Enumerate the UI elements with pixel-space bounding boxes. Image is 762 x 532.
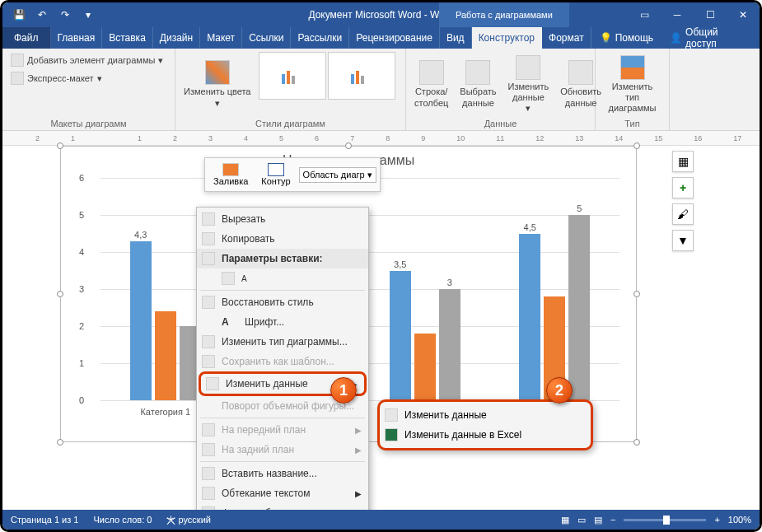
ctx-change-type[interactable]: Изменить тип диаграммы... xyxy=(197,332,368,352)
add-element-icon xyxy=(11,54,24,67)
context-menu: Вырезать Копировать Параметры вставки: A… xyxy=(196,207,369,525)
fill-icon xyxy=(222,163,239,176)
window-title: Документ Microsoft Word - Word xyxy=(308,9,453,21)
excel-icon xyxy=(385,428,398,441)
ctx-copy[interactable]: Копировать xyxy=(197,229,368,249)
chart-side-buttons: ▦ + 🖌 ▼ xyxy=(672,151,694,251)
paste-option-icon xyxy=(222,272,235,285)
layout-options-button[interactable]: ▦ xyxy=(672,151,694,172)
ctx-bring-front: На передний план▶ xyxy=(197,420,368,440)
scissors-icon xyxy=(202,212,215,226)
tab-mailings[interactable]: Рассылки xyxy=(291,27,349,49)
select-data-button[interactable]: Выбрать данные xyxy=(456,52,499,117)
ribbon: Добавить элемент диаграммы ▾ Экспресс-ма… xyxy=(2,49,760,131)
tab-file[interactable]: Файл xyxy=(2,27,51,49)
ctx-send-back: На задний план▶ xyxy=(197,440,368,460)
share-icon: 👤 xyxy=(670,32,682,44)
edit-data-icon xyxy=(516,55,540,80)
chart-filters-button[interactable]: ▼ xyxy=(672,230,694,251)
edit-data-submenu: Изменить данные Изменить данные в Excel xyxy=(377,399,593,450)
zoom-in-button[interactable]: + xyxy=(714,515,719,525)
maximize-icon[interactable]: ☐ xyxy=(694,2,727,27)
status-words[interactable]: Число слов: 0 xyxy=(93,515,152,525)
share-button[interactable]: 👤Общий доступ xyxy=(661,27,760,49)
help-button[interactable]: 💡Помощь xyxy=(591,27,661,49)
refresh-icon xyxy=(568,60,593,85)
change-chart-type-button[interactable]: Изменить тип диаграммы xyxy=(601,52,664,117)
chart-bar[interactable] xyxy=(414,334,436,400)
minimize-icon[interactable]: ─ xyxy=(661,2,694,27)
contextual-tab-label: Работа с диаграммами xyxy=(439,2,569,27)
redo-icon[interactable]: ↷ xyxy=(55,5,75,25)
outline-button[interactable]: Контур xyxy=(256,161,295,188)
switch-row-column-button[interactable]: Строка/столбец xyxy=(411,52,451,117)
tab-home[interactable]: Главная xyxy=(51,27,103,49)
ctx-reset-style[interactable]: Восстановить стиль xyxy=(197,292,368,312)
chart-bar[interactable] xyxy=(155,311,176,400)
outline-icon xyxy=(268,163,284,176)
chart-bar[interactable] xyxy=(439,289,460,400)
chart-bar[interactable] xyxy=(519,234,540,401)
status-page[interactable]: Страница 1 из 1 xyxy=(11,515,78,525)
tab-layout[interactable]: Макет xyxy=(200,27,242,49)
chart-bar[interactable] xyxy=(568,215,590,400)
submenu-edit-data[interactable]: Изменить данные xyxy=(380,405,591,425)
ctx-font[interactable]: A Шрифт... xyxy=(197,312,368,332)
chart-element-combo[interactable]: Область диагр ▾ xyxy=(299,167,376,183)
change-colors-button[interactable]: Изменить цвета ▾ xyxy=(180,52,254,117)
tab-insert[interactable]: Вставка xyxy=(102,27,153,49)
undo-icon[interactable]: ↶ xyxy=(32,5,52,25)
ctx-paste-header: Параметры вставки: xyxy=(197,249,368,268)
style-thumb[interactable] xyxy=(259,52,326,100)
svg-rect-3 xyxy=(351,74,354,84)
zoom-level[interactable]: 100% xyxy=(728,515,751,525)
quick-layout-button[interactable]: Экспресс-макет ▾ xyxy=(7,70,170,86)
chart-styles-gallery[interactable] xyxy=(259,52,395,117)
chart-bar[interactable] xyxy=(130,241,152,401)
view-print-icon[interactable]: ▭ xyxy=(577,515,586,525)
fill-button[interactable]: Заливка xyxy=(208,161,253,188)
tab-references[interactable]: Ссылки xyxy=(242,27,291,49)
chart-type-icon xyxy=(620,55,645,80)
select-data-icon xyxy=(465,60,490,85)
svg-rect-1 xyxy=(287,71,290,84)
group-label-type: Тип xyxy=(601,117,664,128)
zoom-slider[interactable] xyxy=(624,519,706,521)
qat-menu-icon[interactable]: ▾ xyxy=(78,5,98,25)
svg-rect-4 xyxy=(356,71,359,84)
ctx-paste-option[interactable]: A xyxy=(197,268,368,288)
chart-bar[interactable] xyxy=(390,271,411,401)
tab-design[interactable]: Дизайн xyxy=(153,27,200,49)
style-thumb[interactable] xyxy=(328,52,395,100)
close-icon[interactable]: ✕ xyxy=(727,2,760,27)
view-web-icon[interactable]: ▤ xyxy=(594,515,602,525)
horizontal-ruler[interactable]: 211234567891011121314151617 xyxy=(2,131,760,146)
chart-styles-button[interactable]: 🖌 xyxy=(672,203,694,225)
tab-review[interactable]: Рецензирование xyxy=(349,27,440,49)
chart-type-icon xyxy=(202,335,215,348)
ctx-cut[interactable]: Вырезать xyxy=(197,209,368,229)
chart-elements-button[interactable]: + xyxy=(672,177,694,198)
group-label-layouts: Макеты диаграмм xyxy=(7,117,170,128)
tab-constructor[interactable]: Конструктор xyxy=(472,27,542,49)
svg-rect-0 xyxy=(282,74,285,84)
save-icon[interactable]: 💾 xyxy=(9,5,29,25)
paste-icon xyxy=(202,252,215,265)
reset-icon xyxy=(202,296,215,309)
back-icon xyxy=(202,443,215,456)
add-chart-element-button[interactable]: Добавить элемент диаграммы ▾ xyxy=(7,52,170,68)
quick-layout-icon xyxy=(11,72,24,85)
edit-data-button[interactable]: Изменить данные ▾ xyxy=(505,52,553,117)
ctx-insert-caption[interactable]: Вставить название... xyxy=(197,464,368,483)
ctx-text-wrap[interactable]: Обтекание текстом▶ xyxy=(197,483,368,503)
status-language[interactable]: 🞰 русский xyxy=(166,515,211,525)
tab-view[interactable]: Вид xyxy=(440,27,472,49)
submenu-edit-data-excel[interactable]: Изменить данные в Excel xyxy=(380,425,591,445)
document-area[interactable]: Название диаграммы 0123456Категория 1Кат… xyxy=(2,146,760,510)
annotation-marker-1: 1 xyxy=(330,377,357,404)
status-bar: Страница 1 из 1 Число слов: 0 🞰 русский … xyxy=(2,510,760,530)
zoom-out-button[interactable]: − xyxy=(610,515,615,525)
ribbon-options-icon[interactable]: ▭ xyxy=(628,2,661,27)
view-read-icon[interactable]: ▦ xyxy=(561,515,569,525)
tab-format[interactable]: Формат xyxy=(542,27,591,49)
